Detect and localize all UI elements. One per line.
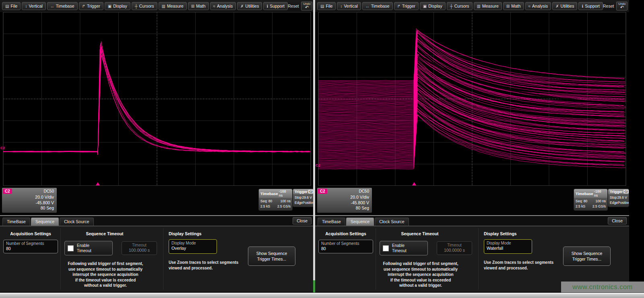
channel-badge: C2 [3, 189, 12, 194]
menu-bar: ▤File↕Vertical↔Timebase↱Trigger▣Display┼… [0, 0, 313, 12]
menu-label: Timebase [56, 4, 74, 8]
timeout-field[interactable]: Timeout 100.0000 s [437, 241, 472, 255]
menu-math[interactable]: ⊞Math [503, 2, 524, 10]
trigger-slope: Positive [303, 200, 313, 206]
channel-badge: C2 [318, 189, 327, 194]
sequence-timeout-section: Sequence Timeout Enable Timeout Timeout … [56, 231, 153, 236]
menu-label: Analysis [217, 4, 233, 8]
timebase-header: Timebase -188 ns [574, 189, 607, 198]
trigger-slope: Positive [618, 200, 629, 206]
number-of-segments-field[interactable]: Number of Segments 80 [318, 240, 373, 253]
tab-sequence[interactable]: Sequence [346, 218, 374, 226]
timeout-note-line: interrupt the sequence acquisition [367, 272, 475, 277]
menu-measure[interactable]: ▥Measure [159, 2, 187, 10]
close-button[interactable]: Close [293, 217, 312, 224]
tab-clock-source[interactable]: Clock Source [375, 218, 409, 226]
acquisition-settings-section: Acquisition Settings Number of Segments … [3, 231, 58, 253]
timebase-title: Timebase [260, 191, 278, 196]
menu-label: Display [428, 4, 442, 8]
trigger-descriptor[interactable]: Trigger C2 DC Stop 29.6 V Edge Positive [608, 189, 629, 207]
timeout-note-line: Following valid trigger of first segment… [52, 261, 159, 267]
zoom-hint-line: viewed and processed. [169, 265, 246, 271]
timeout-note: Following valid trigger of first segment… [52, 261, 159, 288]
close-button[interactable]: Close [608, 217, 627, 224]
trigger-level: 29.6 V [617, 195, 627, 200]
trigger-type: Edge [295, 200, 303, 206]
trigger-header: Trigger C2 DC [293, 189, 313, 194]
menu-vertical[interactable]: ↕Vertical [337, 2, 361, 10]
timebase-body: Seq: 80 100 ns 2.5 kS 2.5 GS/s [259, 198, 292, 210]
menu-utilities[interactable]: ✗Utilities [237, 2, 262, 10]
menu-math[interactable]: ⊞Math [188, 2, 209, 10]
timeout-note-line: if the timeout value is exceeded [367, 277, 475, 283]
menu-trigger[interactable]: ↱Trigger [79, 2, 103, 10]
menu-label: Timebase [371, 4, 390, 8]
tab-clock-source[interactable]: Clock Source [60, 218, 93, 226]
zoom-hint-line: Use Zoom traces to select segments [169, 260, 246, 265]
menu-utilities[interactable]: ✗Utilities [552, 2, 577, 10]
menu-label: Support [585, 4, 600, 8]
screenshot-root: ▤File↕Vertical↔Timebase↱Trigger▣Display┼… [0, 0, 644, 298]
show-sequence-trigger-times-button[interactable]: Show Sequence Trigger Times... [563, 247, 611, 266]
menu-cursors[interactable]: ┼Cursors [132, 2, 157, 10]
trigger-icon: ↱ [397, 4, 400, 8]
menu-display[interactable]: ▣Display [105, 2, 130, 10]
channel-position-marker: C2 [0, 146, 5, 150]
display-mode-select[interactable]: Display Mode Overlay [169, 239, 217, 254]
reset-button[interactable]: Reset [603, 4, 614, 8]
timebase-descriptor[interactable]: Timebase -188 ns Seq: 80 100 ns 2.5 kS 2… [574, 189, 607, 210]
measure-icon: ▥ [162, 4, 165, 8]
number-of-segments-label: Number of Segments [6, 241, 55, 246]
timeout-label: Timeout [440, 243, 469, 247]
enable-timeout-checkbox[interactable]: Enable Timeout [380, 241, 428, 255]
tab-timebase[interactable]: TimeBase [318, 218, 345, 226]
dialog-tab-row: TimeBaseSequenceClock Source Close [0, 216, 313, 226]
waveform-display: C2 [0, 12, 313, 186]
tab-timebase[interactable]: TimeBase [2, 218, 30, 226]
menu-file[interactable]: ▤File [317, 2, 336, 10]
menu-analysis[interactable]: ≈Analysis [210, 2, 236, 10]
menu-label: Math [511, 4, 520, 8]
number-of-segments-field[interactable]: Number of Segments 80 [3, 240, 58, 253]
menu-timebase[interactable]: ↔Timebase [47, 2, 78, 10]
menu-timebase[interactable]: ↔Timebase [362, 2, 393, 10]
enable-timeout-label: Enable Timeout [77, 243, 91, 253]
menu-support[interactable]: ℹSupport [578, 2, 603, 10]
undo-button[interactable]: Undo ↶ [616, 2, 627, 11]
zoom-hint-line: Use Zoom traces to select segments [484, 260, 561, 265]
channel-descriptor[interactable]: C2 DC50 20.0 V/div -45.800 V 80 Seg [317, 188, 372, 213]
show-button-line1: Show Sequence [564, 251, 610, 256]
display-mode-select[interactable]: Display Mode Waterfall [484, 239, 532, 254]
channel-descriptor[interactable]: C2 DC50 20.0 V/div -45.800 V 80 Seg [2, 188, 57, 213]
reset-button[interactable]: Reset [288, 4, 299, 8]
menu-right: Reset Undo ↶ [603, 2, 627, 11]
display-settings-section: Display Settings Display Mode Waterfall … [481, 231, 561, 271]
menu-file[interactable]: ▤File [2, 2, 21, 10]
menu-cursors[interactable]: ┼Cursors [447, 2, 473, 10]
menu-label: Trigger [402, 4, 415, 8]
trigger-position-icon [412, 182, 416, 185]
analysis-icon: ≈ [213, 4, 216, 8]
menu-analysis[interactable]: ≈Analysis [525, 2, 551, 10]
display-mode-value: Overlay [171, 246, 214, 251]
tab-sequence[interactable]: Sequence [31, 218, 59, 226]
show-sequence-trigger-times-button[interactable]: Show Sequence Trigger Times... [248, 247, 295, 266]
menu-measure[interactable]: ▥Measure [474, 2, 502, 10]
show-button-line2: Trigger Times... [564, 256, 610, 262]
menu-trigger[interactable]: ↱Trigger [394, 2, 419, 10]
timeout-note-line: without a valid trigger. [367, 283, 475, 288]
undo-button[interactable]: Undo ↶ [301, 2, 312, 11]
enable-timeout-label-line1: Enable [392, 243, 405, 248]
timebase-descriptor[interactable]: Timebase -188 ns Seq: 80 100 ns 2.5 kS 2… [259, 189, 292, 210]
trigger-descriptor[interactable]: Trigger C2 DC Stop 29.6 V Edge Positive [293, 189, 313, 207]
timebase-title: Timebase [576, 191, 593, 196]
timebase-tdiv: 100 ns [595, 199, 606, 204]
menu-support[interactable]: ℹSupport [263, 2, 288, 10]
menu-vertical[interactable]: ↕Vertical [22, 2, 45, 10]
timeout-field[interactable]: Timeout 100.0000 s [122, 241, 157, 255]
timebase-samples: 2.5 kS [576, 204, 585, 209]
sequence-timeout-section: Sequence Timeout Enable Timeout Timeout … [372, 231, 468, 236]
timebase-icon: ↔ [50, 4, 54, 8]
menu-display[interactable]: ▣Display [420, 2, 446, 10]
enable-timeout-checkbox[interactable]: Enable Timeout [64, 241, 113, 255]
